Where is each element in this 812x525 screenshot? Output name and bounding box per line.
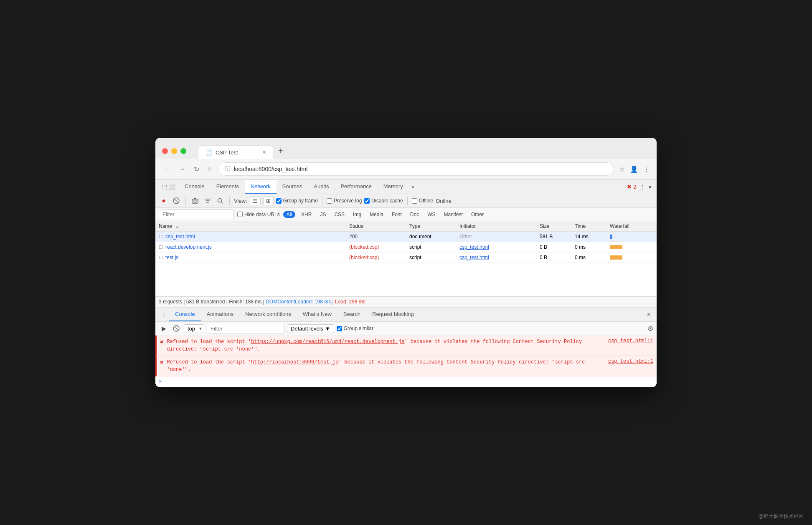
row-size: 0 B — [536, 242, 571, 252]
browser-tab[interactable]: 📄 CSP Test × — [198, 145, 273, 159]
table-row[interactable]: ☐ csp_test.html 200 document Other 581 B… — [155, 232, 657, 242]
refresh-button[interactable]: ↻ — [192, 164, 201, 175]
levels-button[interactable]: Default levels ▼ — [287, 324, 334, 333]
tab-close-button[interactable]: × — [262, 149, 266, 156]
dom-content-loaded-link[interactable]: DOMContentLoaded: 198 ms — [266, 299, 331, 305]
device-toggle-icon[interactable]: ⬜ — [169, 184, 175, 190]
disable-cache-label[interactable]: Disable cache — [364, 198, 403, 204]
group-similar-checkbox[interactable] — [337, 326, 342, 331]
console-clear-button[interactable] — [171, 323, 181, 333]
file-icon: ☐ — [159, 234, 163, 240]
filter-button[interactable] — [203, 196, 213, 206]
back-button[interactable]: ← — [162, 164, 172, 174]
minimize-button[interactable] — [171, 148, 177, 154]
filter-media[interactable]: Media — [367, 211, 386, 218]
tab-audits[interactable]: Audits — [308, 180, 335, 194]
console-tab-request-blocking[interactable]: Request blocking — [366, 308, 420, 321]
table-row[interactable]: ☐ test.js (blocked:csp) script csp_test.… — [155, 252, 657, 263]
col-name[interactable]: Name ▲ — [155, 221, 346, 232]
col-size[interactable]: Size — [536, 221, 571, 232]
console-messages: ✖ Refused to load the script 'https://un… — [155, 336, 657, 387]
filter-other[interactable]: Other — [469, 211, 486, 218]
console-filter-input[interactable] — [207, 324, 284, 333]
initiator-link[interactable]: csp_test.html — [459, 255, 489, 260]
filter-doc[interactable]: Doc — [408, 211, 421, 218]
console-tab-console[interactable]: Console — [169, 308, 201, 321]
row-filename: test.js — [165, 255, 178, 260]
preserve-log-label[interactable]: Preserve log — [327, 198, 362, 204]
title-bar: 📄 CSP Test × + — [155, 138, 657, 159]
tab-performance[interactable]: Performance — [335, 180, 377, 194]
more-tabs-icon[interactable]: » — [409, 180, 417, 193]
col-status[interactable]: Status — [346, 221, 406, 232]
filter-font[interactable]: Font — [389, 211, 404, 218]
hide-data-urls-label[interactable]: Hide data URLs — [237, 212, 280, 217]
console-tab-network-conditions[interactable]: Network conditions — [239, 308, 297, 321]
new-tab-button[interactable]: + — [273, 143, 288, 159]
console-tab-animations[interactable]: Animations — [201, 308, 239, 321]
filter-xhr[interactable]: XHR — [299, 211, 314, 218]
forward-button[interactable]: → — [177, 164, 187, 174]
console-tab-whats-new[interactable]: What's New — [297, 308, 337, 321]
filter-input[interactable] — [159, 209, 234, 219]
view-group-button[interactable]: ⊞ — [263, 197, 274, 205]
record-button[interactable]: ● — [159, 196, 169, 206]
search-button[interactable] — [215, 196, 225, 206]
tab-network[interactable]: Network — [245, 180, 277, 194]
tab-page-icon: 📄 — [205, 149, 212, 156]
error-file-link-1[interactable]: csp_test.html:1 — [608, 338, 653, 344]
console-close-button[interactable]: × — [645, 308, 653, 321]
gear-icon[interactable]: ⚙ — [647, 325, 653, 333]
devtools-more-icon[interactable]: ⋮ — [639, 184, 645, 190]
hide-data-urls-checkbox[interactable] — [237, 212, 243, 217]
col-time[interactable]: Time — [571, 221, 606, 232]
offline-label[interactable]: Offline — [412, 198, 433, 204]
filter-all[interactable]: All — [283, 211, 295, 218]
profile-icon[interactable]: 👤 — [630, 165, 638, 173]
context-selector[interactable]: top — [184, 324, 204, 333]
error-link-2[interactable]: http://localhost:8000/test.js — [251, 359, 338, 365]
tab-sources[interactable]: Sources — [277, 180, 308, 194]
filter-img[interactable]: Img — [350, 211, 364, 218]
console-more-icon[interactable]: ⋮ — [159, 308, 169, 321]
preserve-log-checkbox[interactable] — [327, 198, 332, 204]
close-button[interactable] — [162, 148, 168, 154]
group-by-frame-checkbox[interactable] — [276, 198, 282, 204]
console-tab-search[interactable]: Search — [337, 308, 366, 321]
home-icon: ⌂ — [208, 165, 212, 172]
table-row[interactable]: ☐ react.development.js (blocked:csp) scr… — [155, 242, 657, 252]
network-table-container: Name ▲ Status Type Initiator Size Time W… — [155, 221, 657, 296]
capture-screenshot-button[interactable] — [190, 196, 200, 206]
bookmark-icon[interactable]: ☆ — [619, 165, 625, 173]
filter-manifest[interactable]: Manifest — [442, 211, 465, 218]
filter-css[interactable]: CSS — [332, 211, 347, 218]
devtools-close-icon[interactable]: × — [648, 184, 652, 190]
col-type[interactable]: Type — [406, 221, 456, 232]
view-list-button[interactable]: ☰ — [250, 197, 261, 205]
maximize-button[interactable] — [180, 148, 186, 154]
offline-checkbox[interactable] — [412, 198, 417, 204]
tab-console[interactable]: Console — [179, 180, 211, 194]
tab-memory[interactable]: Memory — [378, 180, 409, 194]
home-button[interactable]: ⌂ — [206, 164, 213, 174]
row-time: 0 ms — [571, 242, 606, 252]
error-file-link-2[interactable]: csp_test.html:1 — [608, 358, 653, 364]
error-link-1[interactable]: https://unpkg.com/react@16/umd/react.dev… — [251, 339, 404, 345]
tab-elements[interactable]: Elements — [211, 180, 245, 194]
disable-cache-checkbox[interactable] — [364, 198, 370, 204]
col-waterfall[interactable]: Waterfall — [606, 221, 657, 232]
group-by-frame-label[interactable]: Group by frame — [276, 198, 318, 204]
initiator-link[interactable]: csp_test.html — [459, 244, 489, 250]
url-bar[interactable]: ⓘ localhost:8000/csp_test.html — [218, 162, 614, 176]
menu-icon[interactable]: ⋮ — [643, 165, 650, 173]
col-initiator[interactable]: Initiator — [456, 221, 536, 232]
console-prompt[interactable]: > — [155, 376, 657, 387]
row-status: (blocked:csp) — [346, 252, 406, 263]
group-similar-label[interactable]: Group similar — [337, 326, 373, 331]
filter-js[interactable]: JS — [317, 211, 328, 218]
inspect-element-icon[interactable]: ⬚ — [162, 184, 167, 190]
execute-button[interactable]: ▶ — [159, 323, 169, 333]
prompt-icon: > — [159, 379, 162, 385]
filter-ws[interactable]: WS — [425, 211, 438, 218]
clear-button[interactable] — [171, 196, 181, 206]
